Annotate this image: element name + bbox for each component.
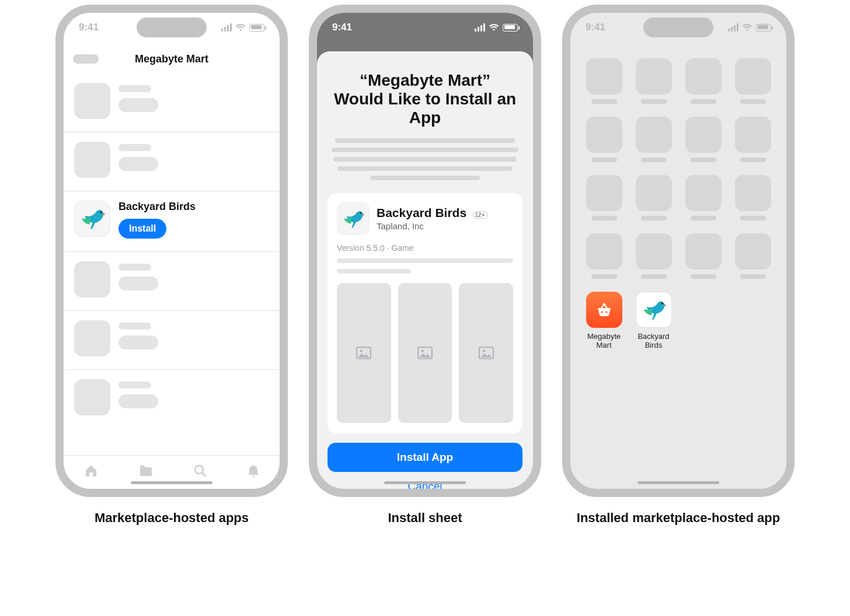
phone-frame-3: 9:41 <box>562 5 795 497</box>
status-time: 9:41 <box>79 22 99 33</box>
list-item-backyard-birds[interactable]: Backyard Birds Install <box>64 191 280 252</box>
app-name: Backyard Birds <box>377 206 466 219</box>
text-placeholder <box>337 258 513 263</box>
status-icons <box>728 23 771 32</box>
app-placeholder[interactable] <box>634 233 673 279</box>
status-icons <box>221 23 264 32</box>
app-placeholder[interactable] <box>584 58 623 104</box>
app-placeholder[interactable] <box>584 117 623 162</box>
caption-2: Install sheet <box>388 510 462 526</box>
app-icon-placeholder <box>74 142 110 178</box>
text-placeholder <box>337 269 411 274</box>
svg-point-1 <box>195 466 203 474</box>
tab-browse[interactable] <box>139 465 153 480</box>
app-placeholder[interactable] <box>684 58 723 104</box>
install-sheet: “Megabyte Mart” Would Like to Install an… <box>317 51 533 489</box>
app-megabyte-mart[interactable]: Megabyte Mart <box>584 292 623 350</box>
status-bar: 9:41 <box>317 13 533 42</box>
caption-3: Installed marketplace-hosted app <box>577 510 780 526</box>
app-placeholder[interactable] <box>733 58 772 104</box>
svg-point-10 <box>605 311 607 313</box>
list-item[interactable] <box>64 132 280 191</box>
image-icon <box>417 346 433 359</box>
install-app-button[interactable]: Install App <box>328 443 522 472</box>
tab-search[interactable] <box>194 464 207 481</box>
list-item[interactable] <box>64 370 280 428</box>
megabyte-mart-icon <box>586 292 622 328</box>
app-label: Backyard Birds <box>634 332 673 350</box>
screenshot-placeholder[interactable] <box>337 283 391 423</box>
app-placeholder[interactable] <box>733 233 772 279</box>
app-placeholder[interactable] <box>733 117 772 162</box>
list-item[interactable] <box>64 74 280 132</box>
tab-notifications[interactable] <box>248 464 259 481</box>
app-placeholder[interactable] <box>684 175 723 220</box>
app-backyard-birds[interactable]: Backyard Birds <box>634 292 673 350</box>
app-placeholder[interactable] <box>634 175 673 220</box>
app-card: Backyard Birds 12+ Tapland, Inc Version … <box>328 193 522 433</box>
text-placeholder <box>119 144 151 151</box>
phone-frame-1: 9:41 Megabyte Mart <box>55 5 288 497</box>
cancel-button[interactable]: Cancel <box>402 478 448 495</box>
status-bar: 9:41 <box>570 13 786 42</box>
folder-icon <box>139 465 153 477</box>
status-icons <box>475 23 518 32</box>
home-indicator[interactable] <box>131 481 212 484</box>
navigation-bar: Megabyte Mart <box>64 47 280 71</box>
screenshot-row[interactable] <box>337 283 513 423</box>
app-placeholder[interactable] <box>584 233 623 279</box>
screenshot-placeholder[interactable] <box>459 283 513 423</box>
cellular-icon <box>221 23 232 32</box>
hummingbird-icon <box>78 205 106 233</box>
hummingbird-icon <box>640 296 667 323</box>
svg-point-0 <box>100 212 102 213</box>
battery-icon <box>503 24 518 32</box>
app-placeholder[interactable] <box>684 233 723 279</box>
wifi-icon <box>235 23 246 32</box>
home-indicator[interactable] <box>638 481 719 484</box>
app-placeholder[interactable] <box>684 117 723 162</box>
panel-home-screen: 9:41 <box>562 5 795 526</box>
list-item[interactable] <box>64 252 280 311</box>
back-button[interactable] <box>73 54 99 64</box>
status-time: 9:41 <box>586 22 605 33</box>
app-icon-backyard-birds <box>74 201 110 237</box>
app-placeholder[interactable] <box>634 58 673 104</box>
svg-point-8 <box>482 349 485 352</box>
app-placeholder[interactable] <box>584 175 623 220</box>
svg-point-9 <box>601 311 602 313</box>
bell-icon <box>248 464 259 477</box>
home-screen-grid[interactable]: Megabyte Mart Backyard Birds <box>584 58 772 350</box>
image-icon <box>356 346 371 359</box>
phone-frame-2: 9:41 “Megabyte Mart” Would Like to Insta… <box>309 5 541 497</box>
app-placeholder[interactable] <box>733 175 772 220</box>
search-icon <box>194 464 207 477</box>
list-item[interactable] <box>64 311 280 370</box>
svg-point-6 <box>421 349 424 352</box>
app-name: Backyard Birds <box>119 201 196 213</box>
app-icon-placeholder <box>74 261 110 298</box>
app-icon-placeholder <box>74 83 110 119</box>
wifi-icon <box>489 23 499 32</box>
button-placeholder <box>119 276 158 290</box>
install-button[interactable]: Install <box>119 219 166 239</box>
svg-point-2 <box>360 212 361 214</box>
description-placeholder <box>328 138 522 180</box>
status-bar: 9:41 <box>64 13 280 42</box>
nav-title: Megabyte Mart <box>135 53 208 65</box>
screenshot-placeholder[interactable] <box>398 283 452 423</box>
cellular-icon <box>475 23 485 32</box>
app-placeholder[interactable] <box>634 117 673 162</box>
button-placeholder <box>119 394 158 408</box>
tab-home[interactable] <box>84 464 98 481</box>
svg-point-11 <box>661 303 663 304</box>
home-indicator[interactable] <box>384 481 466 484</box>
sheet-title: “Megabyte Mart” Would Like to Install an… <box>333 71 517 128</box>
app-list[interactable]: Backyard Birds Install <box>64 74 280 454</box>
cellular-icon <box>728 23 738 32</box>
app-icon-placeholder <box>74 379 110 415</box>
status-time: 9:41 <box>332 22 352 33</box>
button-placeholder <box>119 157 158 171</box>
text-placeholder <box>119 323 151 330</box>
svg-point-4 <box>360 349 363 352</box>
